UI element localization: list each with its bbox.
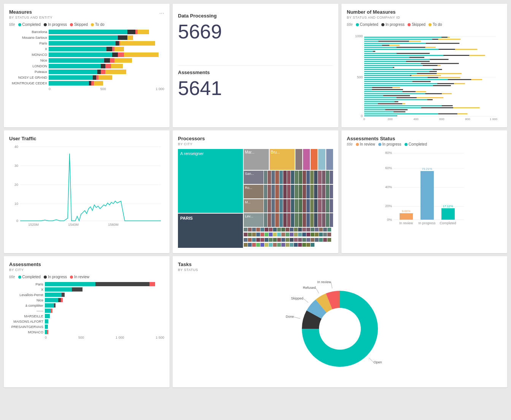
hbar-segment [45,319,48,323]
assess-city-legend: title Completed In progress In review [9,275,164,279]
assess-status-title: Assessments Status [347,136,502,141]
dp-assessments-title: Assessments [178,70,333,75]
bar-container [49,41,164,46]
measures-bar-row: MONTROUGE CEDEX [9,81,164,86]
processors-card: Processors BY CITY A renseignerPARISMar.… [173,130,338,253]
bar-segment [49,64,101,68]
treemap-cell [310,199,314,212]
measures-more[interactable]: ... [159,8,164,15]
assess-status-legend: title In review In progress Completed [347,142,502,146]
treemap-cell [295,171,298,184]
treemap-cell [244,243,248,247]
assess-city-bar-row: MAISONS ALFORT [9,319,164,323]
bar-segment [138,30,149,34]
treemap-cell [252,233,256,236]
hbar-segment [45,303,54,307]
treemap-cell [315,238,319,242]
treemap-cell [281,233,285,236]
treemap-cell [287,171,290,184]
treemap-cell [311,149,317,170]
treemap-cell [256,243,260,247]
treemap-cell [277,233,281,236]
treemap-cell [252,228,256,231]
nm-in-progress-dot [381,23,384,26]
hbar-label: Paris [9,282,43,286]
treemap-cell [323,228,327,231]
bar-segment [49,52,112,57]
nm-in-progress-label: In progress [386,22,405,27]
bar-segment [49,58,104,63]
measures-bar-row: MONACO [9,52,164,57]
treemap-cell [326,213,329,227]
bar-segment [127,35,133,40]
bar-segment [97,70,101,74]
bar-segment [118,52,124,57]
bar-label: Barcelona [9,30,47,34]
treemap-cell [277,243,281,247]
treemap-cell [265,233,268,236]
treemap-cell [330,213,333,227]
bar-in-progress [421,171,434,220]
measures-bar-row: NOISY LE GRAND [9,75,164,80]
hbar-segment [54,303,56,307]
treemap-cell [314,199,317,212]
treemap-cell [281,238,285,242]
nm-legend-todo: To do [428,22,442,27]
treemap-cell [279,185,283,198]
processors-treemap: A renseignerPARISMar...Bru...San...Ro...… [178,149,333,248]
donut-label: Open [373,360,382,364]
bar-segment [101,64,105,68]
hbar-container [45,282,164,286]
ac-legend-in-review: In review [70,275,89,279]
treemap-cell [264,199,267,212]
treemap-cell [248,243,252,247]
treemap-cell [330,171,333,184]
bar-label: Mouans-Sartoux [9,36,47,40]
svg-text:17.12%: 17.12% [443,204,453,208]
svg-line-142 [294,317,300,319]
svg-text:1560M: 1560M [108,223,119,227]
treemap-cell [290,228,294,231]
svg-text:73.21%: 73.21% [422,167,432,171]
treemap-cell [286,228,289,231]
nm-completed-label: Completed [360,22,378,27]
bar-segment [120,41,155,46]
treemap-cell [264,185,267,198]
treemap-cell [268,171,271,184]
treemap-cell [260,233,264,236]
todo-label: To do [95,22,104,27]
treemap-cell [311,228,314,231]
legend-title-ac: title [9,275,15,279]
treemap-cell [290,243,294,247]
treemap-cell [303,171,306,184]
treemap-cell [327,228,331,231]
treemap-cell [302,233,306,236]
treemap-cell [327,238,331,242]
svg-text:0%: 0% [387,218,392,222]
treemap-cell [318,171,321,184]
treemap-cell [283,213,287,227]
svg-line-143 [303,298,308,303]
treemap-cell [303,199,306,212]
treemap-cell [269,238,273,242]
treemap-cell [268,213,271,227]
hbar-segment [51,309,53,313]
treemap-cell [286,233,289,236]
donut-label: In review [317,280,332,284]
assess-city-title: Assessments [9,262,164,267]
nm-completed-dot [356,23,359,26]
assess-city-subtitle: BY CITY [9,268,164,272]
nm-legend-completed: Completed [356,22,378,27]
user-traffic-card: User Traffic 40 30 20 10 0 1520M 1540M 1… [4,130,170,253]
treemap-cell [275,171,279,184]
treemap-cell [283,185,287,198]
hbar-label: X [9,288,43,292]
treemap-cell [315,233,319,236]
treemap-labeled-cell: San... [244,171,263,184]
dp-assessments-value: 5641 [178,77,333,100]
treemap-cell [256,233,260,236]
completed-label: Completed [22,22,41,27]
treemap-cell [271,199,275,212]
treemap-cell [319,238,323,242]
treemap-cell [306,213,310,227]
